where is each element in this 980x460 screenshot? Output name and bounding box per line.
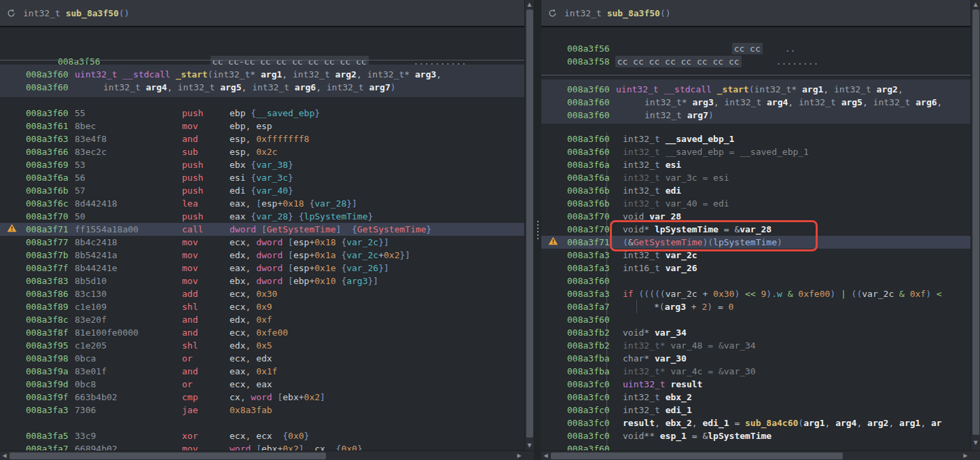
code-token: }: [304, 431, 310, 441]
disassembly-rows: 008a3f6055pushebp {__saved_ebp}008a3f618…: [0, 107, 524, 450]
byte-row[interactable]: 008a3f58cc cc cc cc cc cc cc cc........: [541, 55, 971, 68]
disasm-row[interactable]: 008a3f6a56pushesi {var_3c}: [0, 171, 524, 184]
pseudocode-row[interactable]: 008a3f60: [541, 275, 971, 287]
scroll-right-button[interactable]: ▶: [515, 451, 524, 460]
left-horizontal-scrollbar[interactable]: ◀ ▶: [0, 450, 524, 460]
scroll-left-button[interactable]: ◀: [541, 451, 550, 460]
disasm-row[interactable]: 008a3f7050pusheax {var_28} {lpSystemTime…: [0, 210, 524, 223]
scroll-up-button[interactable]: ▲: [971, 0, 980, 9]
disasm-row[interactable]: 008a3f9a83e01fandeax, 0x1f: [0, 365, 524, 378]
pseudocode-row[interactable]: 008a3fc0int32_t edi_1: [541, 404, 971, 417]
pseudocode-row[interactable]: 008a3fa3int32_t var_2c: [541, 249, 971, 262]
signature-line[interactable]: 008a3f60int32_t* arg3, int32_t arg4, int…: [541, 96, 971, 109]
code-token: int32_t: [799, 97, 841, 107]
function-signature-block[interactable]: 008a3f60uint32_t __stdcall _start(int32_…: [541, 79, 971, 124]
byte-row[interactable]: 008a3f56cc cc..: [541, 42, 971, 55]
pseudocode-row[interactable]: 008a3f60int32_t __saved_ebp_1: [541, 132, 971, 145]
decompiled-code-pane[interactable]: int32_t sub_8a3f50() 008a3f56cc cc..008a…: [541, 0, 971, 450]
code-token: int32_t: [623, 250, 666, 260]
disasm-row[interactable]: 008a3f8683c130addecx, 0x30: [0, 287, 524, 300]
disasm-row[interactable]: [0, 417, 524, 429]
disasm-row[interactable]: 008a3f6683ec2csubesp, 0x2c: [0, 145, 524, 158]
left-vertical-scrollbar[interactable]: ▲ ▼: [524, 0, 534, 450]
scroll-down-button[interactable]: ▼: [971, 438, 980, 447]
disasm-row[interactable]: 008a3fa533c9xorecx, ecx {0x0}: [0, 429, 524, 442]
disasm-row[interactable]: 008a3f7b8b54241amovedx, dword [esp+0x1a …: [0, 249, 524, 262]
pseudocode-row[interactable]: 008a3f70void* lpSystemTime = &var_28: [541, 223, 971, 236]
disasm-row[interactable]: 008a3f6c8d442418leaeax, [esp+0x18 {var_2…: [0, 197, 524, 210]
horizontal-scrollbar-thumb[interactable]: [551, 453, 843, 459]
code-token: __saved_ebp: [666, 147, 724, 157]
disasm-row[interactable]: 008a3f6383e4f8andesp, 0xfffffff8: [0, 132, 524, 145]
disasm-row[interactable]: 008a3f9d0bc8orecx, eax: [0, 378, 524, 391]
address: 008a3f77: [26, 236, 75, 249]
pseudocode-row[interactable]: 008a3fb2int32_t* var_48 = &var_34: [541, 339, 971, 352]
code-token: [: [288, 250, 293, 260]
code-token: ): [708, 110, 714, 120]
signature-line[interactable]: 008a3f60uint32_t __stdcall _start(int32_…: [541, 83, 971, 96]
pseudocode-row[interactable]: 008a3fa3int16_t var_26: [541, 262, 971, 275]
pseudocode-row[interactable]: 008a3fc0uint32_t result: [541, 378, 971, 391]
scroll-down-button[interactable]: ▼: [525, 441, 534, 450]
disasm-row[interactable]: 008a3f89c1e109shlecx, 0x9: [0, 300, 524, 313]
scroll-right-button[interactable]: ▶: [961, 451, 970, 460]
signature-line[interactable]: 008a3f60int32_t arg4, int32_t arg5, int3…: [0, 81, 524, 94]
pseudocode-row[interactable]: 008a3f60int32_t __saved_ebp = __saved_eb…: [541, 145, 971, 158]
pseudocode-row[interactable]: 008a3f6bint32_t var_40 = edi: [541, 197, 971, 210]
code-token: sub_8a4c60: [745, 418, 798, 428]
operands: dword [GetSystemTime] {GetSystemTime}: [230, 224, 431, 234]
disasm-row[interactable]: 008a3f6953pushebx {var_38}: [0, 158, 524, 171]
pseudocode-row[interactable]: 008a3fbachar* var_30: [541, 352, 971, 365]
refresh-icon[interactable]: [548, 9, 557, 18]
scroll-left-button[interactable]: ◀: [0, 451, 9, 460]
refresh-icon[interactable]: [7, 9, 16, 18]
pseudocode-row[interactable]: 008a3f6aint32_t esi: [541, 158, 971, 171]
code-token: arg3: [346, 276, 367, 286]
pseudocode-row[interactable]: 008a3fc0int32_t ebx_2: [541, 391, 971, 404]
disasm-row[interactable]: 008a3f6b57pushedi {var_40}: [0, 184, 524, 197]
code-token: ,: [167, 82, 178, 92]
disasm-row[interactable]: 008a3f71ff1554a18a00calldword [GetSystem…: [0, 223, 524, 236]
operands: eax, [esp+0x18 {var_28}]: [230, 198, 357, 209]
disasm-row[interactable]: 008a3f8f81e100fe0000andecx, 0xfe00: [0, 326, 524, 339]
operands: cx, word [ebx+0x2]: [230, 392, 325, 402]
pseudocode-row[interactable]: 008a3fbaint32_t* var_4c = &var_30: [541, 365, 971, 378]
disasm-row[interactable]: 008a3f980bcaorecx, edx: [0, 352, 524, 365]
disasm-row[interactable]: 008a3f6055pushebp {__saved_ebp}: [0, 107, 524, 120]
address: 008a3f89: [26, 300, 75, 313]
pseudocode-row[interactable]: 008a3f60: [541, 442, 971, 450]
disasm-row[interactable]: 008a3f9f663b4b02cmpcx, word [ebx+0x2]: [0, 391, 524, 404]
pseudocode-row[interactable]: 008a3fc0result, ebx_2, edi_1 = sub_8a4c6…: [541, 417, 971, 429]
disasm-row[interactable]: 008a3fa766894b02movword [ebx+0x2], cx {0…: [0, 442, 524, 450]
signature-line[interactable]: 008a3f60int32_t arg7): [541, 109, 971, 122]
pseudocode-row[interactable]: 008a3fb2void* var_34: [541, 326, 971, 339]
code-token: 0xfffffff8: [256, 134, 309, 144]
pseudocode-row[interactable]: 008a3f6bint32_t edi: [541, 184, 971, 197]
disasm-row[interactable]: 008a3f8c83e20fandedx, 0xf: [0, 313, 524, 326]
pseudocode-row[interactable]: 008a3f60: [541, 313, 971, 326]
disasm-row[interactable]: 008a3fa37306jae0x8a3fab: [0, 404, 524, 417]
disassembly-pane[interactable]: int32_t sub_8a3f50() 008a3f56cc cc-cc cc…: [0, 0, 524, 450]
pseudocode-row[interactable]: 008a3f6aint32_t var_3c = esi: [541, 171, 971, 184]
pane-splitter[interactable]: [534, 0, 541, 460]
code-token: }: [378, 263, 384, 273]
vertical-scrollbar-thumb[interactable]: [973, 10, 979, 435]
disasm-row[interactable]: 008a3f838b5d10movebx, dword [ebp+0x10 {a…: [0, 275, 524, 287]
right-vertical-scrollbar[interactable]: ▲ ▼: [970, 0, 980, 450]
vertical-scrollbar-thumb[interactable]: [526, 10, 533, 438]
byte-row[interactable]: 008a3f56cc cc-cc cc cc cc cc cc cc cc...…: [0, 42, 524, 55]
disasm-row[interactable]: 008a3f7f8b44241emoveax, dword [esp+0x1e …: [0, 262, 524, 275]
pseudocode-row[interactable]: 008a3f70void var_28: [541, 210, 971, 223]
signature-line[interactable]: 008a3f60uint32_t __stdcall _start(int32_…: [0, 68, 524, 81]
pseudocode-row[interactable]: 008a3f71(&GetSystemTime)(lpSystemTime): [541, 236, 971, 249]
pseudocode-row[interactable]: 008a3fa3if (((((var_2c + 0x30) << 9).w &…: [541, 287, 971, 300]
disasm-row[interactable]: 008a3f95c1e205shledx, 0x5: [0, 339, 524, 352]
disasm-row[interactable]: 008a3f778b4c2418movecx, dword [esp+0x18 …: [0, 236, 524, 249]
horizontal-scrollbar-thumb[interactable]: [10, 453, 326, 459]
disasm-row[interactable]: 008a3f618becmovebp, esp: [0, 120, 524, 132]
pseudocode-row[interactable]: 008a3fc0void** esp_1 = &lpSystemTime: [541, 429, 971, 442]
scroll-up-button[interactable]: ▲: [525, 0, 534, 9]
function-signature-block[interactable]: 008a3f60uint32_t __stdcall _start(int32_…: [0, 65, 524, 97]
pseudocode-row[interactable]: 008a3fa7*(arg3 + 2) = 0: [541, 300, 971, 313]
right-horizontal-scrollbar[interactable]: ◀ ▶: [541, 450, 970, 460]
